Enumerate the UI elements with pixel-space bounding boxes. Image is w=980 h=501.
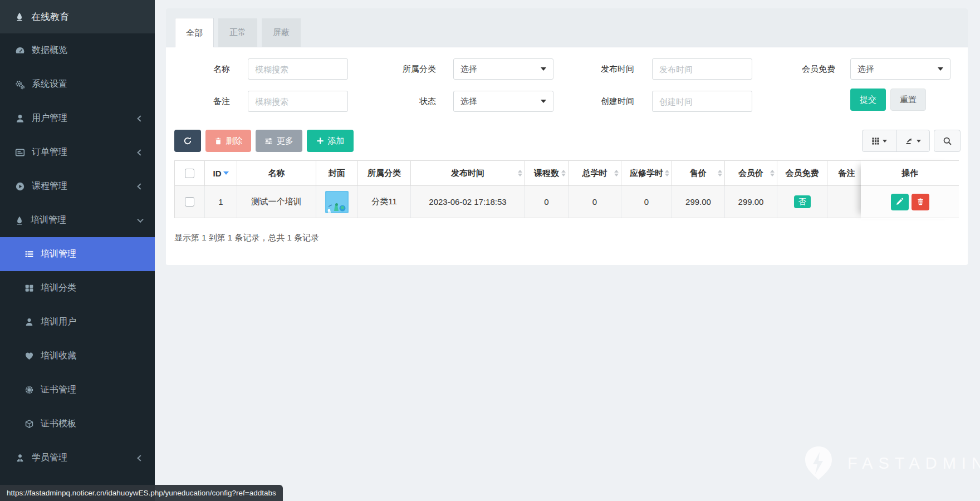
caret-down-icon [883,140,887,143]
cell-id: 1 [205,186,237,218]
sidebar-subitem-training-users[interactable]: 培训用户 [0,305,155,339]
category-select[interactable]: 选择 [453,58,553,80]
sidebar-subitem-certificate-templates[interactable]: 证书模板 [0,407,155,441]
chevron-down-icon [137,216,143,222]
chevron-left-icon [137,115,143,121]
heart-icon [24,351,34,361]
tab-hidden[interactable]: 屏蔽 [262,18,301,47]
fastadmin-watermark-text: FASTADMIN [847,454,980,473]
cell-member-price: 299.00 [725,186,777,218]
header-id[interactable]: ID [205,161,237,185]
create-time-input[interactable] [652,91,752,112]
sidebar: 在线教育 数据概览 系统设置 用户管理 [0,0,155,501]
chevron-left-icon [137,149,143,155]
fastadmin-watermark: FASTADMIN [801,445,980,481]
sidebar-item-orders[interactable]: 订单管理 [0,135,155,169]
more-button-label: 更多 [277,136,293,146]
header-course-count[interactable]: 课程数 [525,161,569,185]
filter-publish-time: 发布时间 [541,58,752,80]
tab-bar: 全部 正常 屏蔽 [166,8,968,47]
status-select[interactable]: 选择 [453,91,553,112]
columns-button[interactable] [863,130,896,151]
sidebar-item-settings[interactable]: 系统设置 [0,67,155,101]
app-window: 在线教育 数据概览 系统设置 用户管理 [0,0,980,501]
dashboard-icon [15,46,25,56]
cube-icon [24,419,34,429]
header-total-hours[interactable]: 总学时 [569,161,621,185]
cell-publish-time: 2023-06-02 17:18:53 [411,186,525,218]
header-select-all[interactable] [175,161,205,185]
cell-cover [316,186,358,218]
sidebar-item-label: 培训管理 [41,248,76,260]
filter-member-free: 会员免费 选择 [746,58,950,80]
plus-icon [316,137,324,145]
sidebar-item-label: 培训管理 [31,214,66,226]
reset-button[interactable]: 重置 [890,89,926,111]
cell-member-free: 否 [777,186,827,218]
student-icon [15,453,25,463]
select-all-checkbox[interactable] [185,169,194,178]
user-icon [15,114,25,124]
delete-button[interactable]: 删除 [205,130,251,152]
sidebar-app-title[interactable]: 在线教育 [0,0,155,33]
row-checkbox[interactable] [185,197,194,207]
table-row: 1 测试一个培训 分类11 2023-06-02 17:18:53 0 0 [174,186,959,218]
remark-search-input[interactable] [248,91,348,112]
sidebar-item-dashboard[interactable]: 数据概览 [0,33,155,67]
export-button[interactable] [896,130,930,151]
header-member-price[interactable]: 会员价 [725,161,777,185]
refresh-icon [183,136,192,145]
header-member-free: 会员免费 [777,161,827,185]
sidebar-subitem-training-manage[interactable]: 培训管理 [0,237,155,271]
add-button[interactable]: 添加 [307,130,354,152]
filter-category-label: 所属分类 [347,64,436,75]
header-price[interactable]: 售价 [672,161,725,185]
filter-publish-label: 发布时间 [541,64,634,75]
cover-thumbnail[interactable] [325,191,349,213]
delete-row-button[interactable] [912,194,929,210]
trash-icon [214,137,222,145]
filter-create-label: 创建时间 [541,96,634,107]
name-search-input[interactable] [248,58,348,80]
columns-grid-icon [871,137,880,145]
row-select-cell[interactable] [175,186,205,218]
sort-carets-icon [770,170,775,176]
fastadmin-logo-icon [801,445,836,481]
cell-price: 299.00 [672,186,725,218]
edit-button[interactable] [891,194,909,210]
filter-remark-label: 备注 [169,96,230,107]
more-button[interactable]: 更多 [256,130,302,152]
tab-normal[interactable]: 正常 [218,18,257,47]
header-required-hours[interactable]: 应修学时 [621,161,672,185]
sidebar-item-courses[interactable]: 课程管理 [0,169,155,203]
sidebar-subitem-certificates[interactable]: 证书管理 [0,373,155,407]
sidebar-subitem-training-favorites[interactable]: 培训收藏 [0,339,155,373]
list-icon [24,249,34,259]
member-free-select[interactable]: 选择 [850,58,950,80]
sidebar-subitem-training-category[interactable]: 培训分类 [0,271,155,305]
sort-caret-active-icon [223,171,229,175]
grid-icon [24,283,34,293]
filter-status-label: 状态 [347,96,436,107]
caret-down-icon [917,140,921,143]
refresh-button[interactable] [174,130,201,152]
select-value: 选择 [460,96,477,107]
sidebar-item-label: 系统设置 [32,78,67,90]
publish-time-input[interactable] [652,58,752,80]
pencil-icon [895,198,904,206]
cell-course-count: 0 [525,186,569,218]
sidebar-item-users[interactable]: 用户管理 [0,101,155,135]
search-toggle-button[interactable] [934,130,961,152]
sort-carets-icon [614,170,619,176]
filter-member-free-label: 会员免费 [746,64,835,75]
header-publish-time[interactable]: 发布时间 [411,161,525,185]
tab-all[interactable]: 全部 [175,18,214,47]
sidebar-item-label: 培训收藏 [41,350,76,362]
sidebar-item-students[interactable]: 学员管理 [0,441,155,475]
table-view-buttons [862,130,930,152]
sidebar-item-training[interactable]: 培训管理 [0,203,155,237]
sidebar-item-label: 数据概览 [32,45,67,56]
header-category: 所属分类 [358,161,411,185]
cell-name: 测试一个培训 [237,186,316,218]
submit-button[interactable]: 提交 [850,89,886,111]
